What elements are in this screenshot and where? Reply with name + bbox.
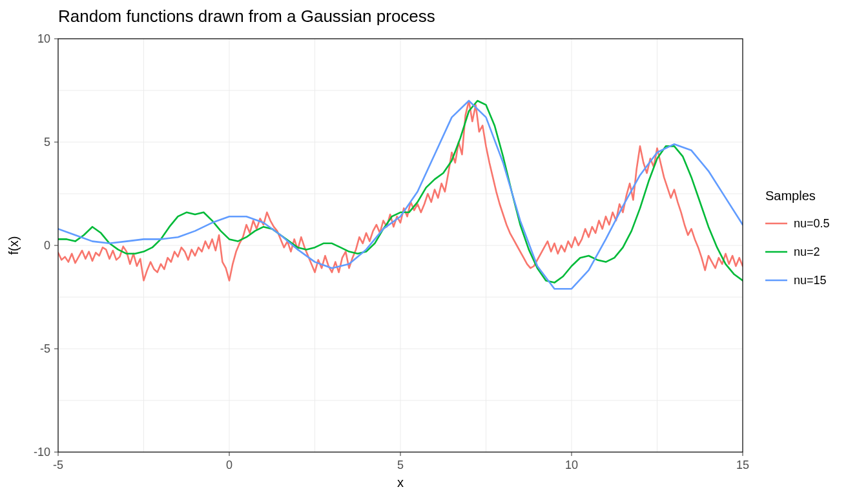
y-tick-label: -5 bbox=[40, 342, 50, 355]
legend: Samplesnu=0.5nu=2nu=15 bbox=[765, 189, 830, 287]
legend-title: Samples bbox=[765, 189, 816, 203]
chart-container: Random functions drawn from a Gaussian p… bbox=[0, 0, 868, 496]
x-tick-label: -5 bbox=[53, 459, 63, 471]
legend-label: nu=0.5 bbox=[794, 217, 830, 230]
x-tick-label: 10 bbox=[565, 459, 578, 471]
y-tick-label: 10 bbox=[37, 32, 50, 45]
chart-title: Random functions drawn from a Gaussian p… bbox=[58, 6, 435, 26]
x-axis: -5051015 bbox=[53, 452, 749, 471]
x-tick-label: 15 bbox=[736, 459, 749, 471]
x-tick-label: 0 bbox=[226, 459, 232, 471]
x-axis-label: x bbox=[397, 475, 404, 490]
legend-label: nu=15 bbox=[794, 274, 827, 287]
chart-svg: Random functions drawn from a Gaussian p… bbox=[0, 0, 868, 496]
y-axis: -10-50510 bbox=[34, 32, 58, 459]
legend-label: nu=2 bbox=[794, 245, 820, 258]
grid bbox=[58, 39, 743, 452]
y-tick-label: 5 bbox=[44, 136, 50, 149]
y-tick-label: 0 bbox=[44, 239, 50, 252]
x-tick-label: 5 bbox=[397, 459, 404, 471]
y-tick-label: -10 bbox=[34, 446, 50, 459]
y-axis-label: f(x) bbox=[6, 236, 21, 255]
